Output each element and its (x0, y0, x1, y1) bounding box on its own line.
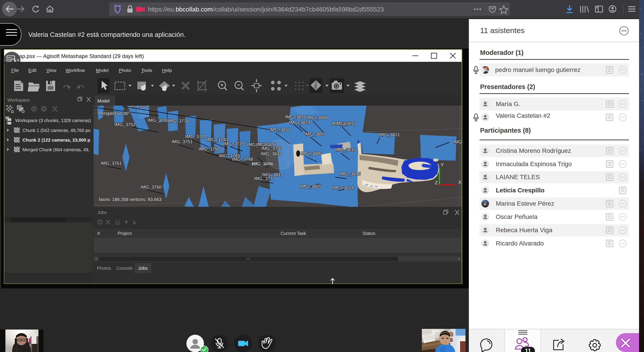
svg-text:IMG_3741: IMG_3741 (185, 134, 206, 139)
svg-text:IMG_3811: IMG_3811 (270, 127, 290, 132)
svg-text:IMG_3817: IMG_3817 (336, 121, 356, 126)
svg-text:IMG_3748: IMG_3748 (232, 157, 253, 162)
svg-text:IMG_3777: IMG_3777 (254, 176, 275, 181)
svg-text:Workspace (3 chunks, 1328 came: Workspace (3 chunks, 1328 cameras) (15, 118, 91, 123)
svg-text:IMG_3808: IMG_3808 (307, 115, 328, 120)
svg-text:IMG_3751: IMG_3751 (172, 139, 192, 144)
svg-text:IMG_3737: IMG_3737 (261, 146, 282, 151)
svg-text:IMG_3748: IMG_3748 (128, 106, 149, 109)
svg-text:Y: Y (441, 162, 444, 167)
svg-text:IMG_3815: IMG_3815 (340, 171, 361, 176)
svg-text:Chunk 1 (542 cameras, 49,760 p: Chunk 1 (542 cameras, 49,760 po (22, 128, 90, 133)
svg-text:IMG_3746: IMG_3746 (252, 161, 273, 167)
svg-text:IMG_3761: IMG_3761 (101, 161, 122, 166)
svg-text:IMG_3742: IMG_3742 (148, 118, 168, 123)
svg-text:IMG_3823: IMG_3823 (289, 120, 310, 125)
svg-text:IMG_3810: IMG_3810 (285, 114, 306, 120)
svg-text:https://eu.bbcollab.com/collab: https://eu.bbcollab.com/collab/ui/sessio… (148, 6, 384, 13)
svg-text:Z: Z (435, 180, 438, 185)
svg-text:IMG_3739: IMG_3739 (223, 141, 244, 146)
svg-text:IMG_3750: IMG_3750 (199, 147, 220, 152)
svg-text:IMG_3814: IMG_3814 (332, 185, 354, 190)
svg-text:IMG_3812: IMG_3812 (261, 151, 282, 156)
svg-text:IMG_3816: IMG_3816 (335, 147, 356, 152)
svg-text:IMG_38: IMG_38 (453, 139, 462, 145)
svg-text:Merged Chunk (664 cameras, 49,: Merged Chunk (664 cameras, 49, (22, 147, 90, 152)
svg-text:11: 11 (525, 347, 531, 352)
svg-text:IMG_3760: IMG_3760 (140, 185, 162, 190)
svg-text:IMG_3752: IMG_3752 (114, 122, 135, 127)
svg-text:IMG_3806: IMG_3806 (301, 151, 322, 156)
svg-text:IMG_3805: IMG_3805 (300, 184, 321, 189)
svg-text:Perspective 30°: Perspective 30° (98, 111, 130, 116)
svg-text:faces: 186,358 vertices: 93,66: faces: 186,358 vertices: 93,663 (99, 197, 162, 202)
svg-text:IMG_3821: IMG_3821 (379, 132, 400, 137)
svg-text:IMG_3778: IMG_3778 (168, 118, 189, 124)
svg-text:IMG_3807: IMG_3807 (304, 131, 325, 137)
svg-text:X: X (458, 180, 461, 185)
svg-text:Chunk 2 (122 cameras, 23,800 p: Chunk 2 (122 cameras, 23,800 p (22, 138, 90, 142)
